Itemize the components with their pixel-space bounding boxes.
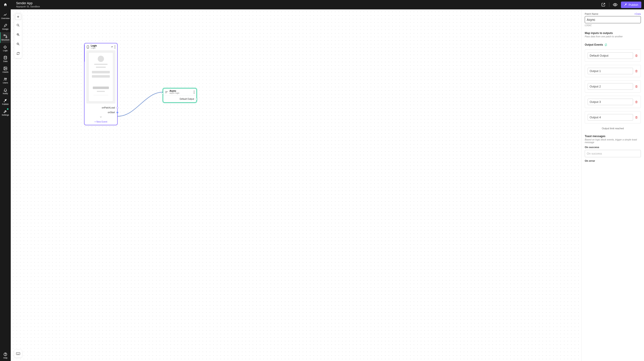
trash-icon[interactable] bbox=[635, 70, 638, 73]
sidebar-label: Notify bbox=[3, 92, 8, 94]
phone-preview bbox=[86, 50, 116, 104]
more-icon[interactable] bbox=[194, 90, 194, 94]
chart-icon bbox=[3, 13, 8, 17]
phone-icon bbox=[86, 46, 90, 48]
node-subtitle: Login bbox=[91, 47, 109, 49]
main: Overview Design Structure Logic Data Ass… bbox=[0, 10, 644, 361]
sidebar-item-data[interactable]: Data bbox=[0, 54, 11, 64]
output-events-label: Output Events bbox=[585, 43, 603, 46]
output-row bbox=[585, 65, 641, 77]
svg-point-3 bbox=[4, 56, 7, 57]
sidebar-item-notify[interactable]: Notify bbox=[0, 86, 11, 96]
port[interactable] bbox=[116, 112, 118, 114]
output-name-input[interactable] bbox=[588, 114, 633, 120]
add-node-button[interactable] bbox=[15, 14, 21, 20]
home-button[interactable] bbox=[0, 0, 11, 10]
event-label: onStart bbox=[108, 111, 115, 114]
zoom-in-icon bbox=[16, 33, 20, 36]
svg-point-20 bbox=[167, 92, 168, 92]
badge-dot bbox=[7, 108, 8, 110]
sidebar-item-logic[interactable]: Logic bbox=[0, 43, 11, 54]
refresh-button[interactable] bbox=[14, 49, 22, 58]
sidebar-item-settings[interactable]: Settings bbox=[0, 107, 11, 118]
toast-title: Toast messages bbox=[585, 135, 641, 138]
port[interactable] bbox=[116, 107, 118, 109]
sidebar-item-structure[interactable]: Structure bbox=[0, 32, 11, 43]
brush-icon bbox=[3, 24, 8, 28]
chevron-down-icon bbox=[100, 116, 102, 118]
svg-point-22 bbox=[194, 92, 194, 92]
drag-handle[interactable] bbox=[84, 45, 85, 62]
title-block: Sender App Appspotr SL Sandbox bbox=[16, 2, 40, 8]
output-name-input[interactable] bbox=[588, 52, 633, 59]
svg-point-6 bbox=[4, 78, 6, 79]
node-header: Async async logic bbox=[163, 88, 196, 96]
zoom-out-icon bbox=[16, 42, 20, 46]
trash-icon[interactable] bbox=[635, 116, 638, 119]
sidebar-label: Settings bbox=[2, 114, 9, 116]
event-onpatchload[interactable]: onPatchLoad bbox=[84, 105, 117, 110]
zoom-in-button[interactable] bbox=[14, 30, 22, 39]
sidebar-item-design[interactable]: Design bbox=[0, 22, 11, 32]
search-button[interactable] bbox=[14, 20, 22, 30]
more-icon[interactable] bbox=[114, 46, 116, 48]
refresh-icon[interactable] bbox=[604, 44, 607, 46]
add-data-button[interactable]: +Data bbox=[634, 12, 641, 15]
output-default[interactable]: Default Output bbox=[163, 96, 196, 102]
properties-panel: Patch Name +Data LOGIC Map inputs to out… bbox=[582, 10, 644, 361]
canvas[interactable]: Login Login bbox=[11, 10, 582, 361]
refresh-icon bbox=[16, 52, 20, 55]
sidebar-item-publish[interactable]: Publish bbox=[0, 96, 11, 107]
publish-button[interactable]: Publish bbox=[621, 2, 641, 8]
event-onstart[interactable]: onStart bbox=[84, 110, 117, 115]
on-success-label: On success bbox=[585, 146, 641, 148]
input-port[interactable] bbox=[162, 92, 164, 94]
divider bbox=[609, 2, 609, 7]
publish-label: Publish bbox=[628, 3, 638, 6]
toast-subtitle: Based on logic block events, trigger a s… bbox=[585, 138, 641, 144]
login-node[interactable]: Login Login bbox=[84, 43, 118, 125]
eye-icon bbox=[613, 2, 618, 7]
sidebar-label: Data bbox=[3, 60, 8, 62]
output-limit-message: Output limit reached bbox=[585, 127, 641, 130]
port[interactable] bbox=[196, 98, 198, 100]
sidebar-label: Publish bbox=[2, 103, 9, 105]
async-node[interactable]: Async async logic Default Output bbox=[163, 88, 197, 103]
sidebar-label: Assets bbox=[2, 71, 8, 73]
sidebar-item-assets[interactable]: Assets bbox=[0, 64, 11, 75]
trash-icon[interactable] bbox=[635, 54, 638, 57]
image-icon bbox=[3, 66, 8, 70]
svg-point-9 bbox=[5, 355, 6, 356]
search-icon bbox=[16, 24, 20, 27]
svg-point-5 bbox=[4, 68, 5, 68]
output-name-input[interactable] bbox=[588, 83, 633, 90]
sidebar-item-overview[interactable]: Overview bbox=[0, 11, 11, 22]
keyboard-button[interactable] bbox=[14, 350, 22, 358]
topbar-left: Sender App Appspotr SL Sandbox bbox=[0, 0, 40, 10]
trash-icon[interactable] bbox=[635, 85, 638, 88]
share-button[interactable] bbox=[600, 2, 606, 8]
sidebar-label: Help bbox=[3, 357, 8, 359]
zoom-out-button[interactable] bbox=[14, 39, 22, 49]
sidebar-label: Overview bbox=[1, 17, 10, 20]
plus-icon bbox=[16, 15, 20, 18]
svg-rect-1 bbox=[4, 35, 5, 36]
trash-icon[interactable] bbox=[635, 100, 638, 104]
output-row bbox=[585, 50, 641, 62]
patch-kind: LOGIC bbox=[585, 24, 641, 26]
svg-point-16 bbox=[115, 46, 116, 47]
patch-name-input[interactable] bbox=[585, 16, 641, 23]
on-success-input[interactable] bbox=[585, 150, 641, 157]
node-subtitle: async logic bbox=[170, 92, 192, 94]
output-name-input[interactable] bbox=[588, 68, 633, 74]
preview-button[interactable] bbox=[612, 2, 618, 8]
toggle-events[interactable] bbox=[84, 115, 117, 119]
output-name-input[interactable] bbox=[588, 99, 633, 105]
rocket-icon bbox=[3, 99, 8, 103]
svg-point-21 bbox=[194, 90, 194, 91]
svg-point-19 bbox=[166, 92, 166, 93]
sidebar-item-users[interactable]: Users bbox=[0, 75, 11, 86]
expand-icon[interactable] bbox=[110, 46, 113, 48]
sidebar-item-help[interactable]: Help bbox=[0, 350, 11, 361]
new-event-button[interactable]: + New Event bbox=[84, 119, 117, 125]
